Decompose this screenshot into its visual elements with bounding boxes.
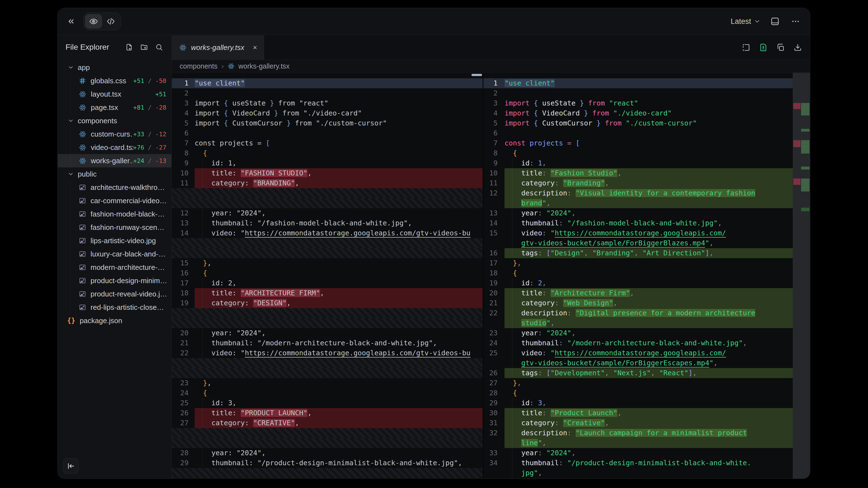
sidebar-file-car-commercial-video-[interactable]: car-commercial-video…: [58, 194, 171, 207]
file-label: custom-curs…: [91, 130, 133, 138]
code-row: gtv-videos-bucket/sample/ForBiggerBlazes…: [484, 238, 810, 248]
code-row: 4import { VideoCard } from "./video-card…: [484, 108, 810, 118]
line-number: 10: [172, 168, 195, 178]
react-icon: [79, 91, 86, 98]
ruler-deletion-mark: [793, 178, 801, 185]
line-number: 30: [484, 408, 504, 418]
sidebar-folder-app[interactable]: app: [58, 61, 171, 74]
sidebar-file-lips-artistic-video.jpg[interactable]: lips-artistic-video.jpg: [58, 234, 171, 247]
diff-overview-ruler[interactable]: [793, 73, 810, 479]
line-number: 15: [172, 258, 195, 268]
diff-filler-row: [172, 318, 483, 328]
breadcrumb-parent[interactable]: components: [180, 62, 217, 70]
sidebar-file-red-lips-artistic-close-[interactable]: red-lips-artistic-close…: [58, 301, 171, 314]
code-row: 26 tags: ["Development", "Next.js", "Rea…: [484, 368, 810, 378]
new-folder-button[interactable]: [140, 43, 148, 51]
line-number: [484, 238, 504, 248]
download-button[interactable]: [793, 43, 802, 52]
version-dropdown[interactable]: Latest: [731, 17, 761, 26]
file-tree: appglobals.css+51 / -50layout.tsx+51page…: [58, 61, 171, 327]
chevron-down-icon: [68, 118, 74, 124]
file-diff-icon[interactable]: [759, 43, 768, 52]
line-number: 20: [484, 288, 504, 298]
search-files-button[interactable]: [155, 43, 163, 51]
code-row: 14 video: "https://commondatastorage.goo…: [172, 228, 483, 238]
code-icon: [106, 17, 115, 26]
copy-code-button[interactable]: [776, 43, 785, 52]
top-bar: Latest: [58, 8, 810, 35]
sidebar-folder-public[interactable]: public: [58, 167, 171, 181]
line-number: 6: [484, 128, 504, 138]
split-diff-view-button[interactable]: [742, 43, 750, 52]
tab-close-icon[interactable]: ×: [253, 43, 257, 52]
sidebar-file-layout.tsx[interactable]: layout.tsx+51: [58, 88, 171, 101]
scrollbar-thumb[interactable]: [471, 74, 482, 76]
ruler-addition-mark: [801, 178, 809, 192]
code-row: 20 title: "Architecture Firm",: [484, 288, 810, 298]
ruler-addition-mark: [801, 103, 809, 116]
diff-pane-original[interactable]: 1"use client"23import { useState } from …: [172, 73, 483, 479]
line-number: 28: [484, 388, 504, 398]
sidebar-file-page.tsx[interactable]: page.tsx+81 / -28: [58, 101, 171, 114]
ellipsis-icon: [791, 17, 800, 26]
more-options-button[interactable]: [789, 15, 802, 28]
breadcrumb: components › works-gallery.tsx: [172, 60, 810, 72]
sidebar-file-custom-curs-[interactable]: custom-curs…+33 / -12: [58, 127, 171, 141]
collapse-sidebar-button[interactable]: [63, 458, 79, 474]
code-row: 5import { CustomCursor } from "./custom-…: [484, 118, 810, 128]
folder-plus-icon: [140, 43, 148, 51]
image-icon: [79, 237, 86, 244]
react-file-icon: [228, 63, 235, 70]
line-number: 20: [172, 328, 195, 338]
diff-stats-badge: +81 / -28: [133, 104, 171, 111]
sidebar-file-video-card.tsx[interactable]: video-card.tsx+76 / -27: [58, 141, 171, 154]
collapse-panel-button[interactable]: [65, 15, 77, 28]
line-number: 18: [172, 288, 195, 298]
diff-stats-badge: +76 / -27: [133, 144, 171, 151]
line-number: 7: [172, 138, 195, 148]
code-row: 14 thumbnail: "/fashion-model-black-and-…: [484, 218, 810, 228]
line-number: 24: [484, 338, 504, 348]
code-row: 2: [484, 88, 810, 98]
sidebar-file-works-galler-[interactable]: works-galler…+24 / -13: [58, 154, 171, 167]
line-number: 16: [172, 268, 195, 278]
code-row: 25 video: "https://commondatastorage.goo…: [484, 348, 810, 358]
code-row: 4import { VideoCard } from "./video-card…: [172, 108, 483, 118]
line-number: [484, 468, 504, 478]
line-number: 7: [484, 138, 504, 148]
ruler-addition-mark: [801, 167, 809, 170]
code-row: 1"use client": [484, 78, 810, 88]
preview-toggle-button[interactable]: [85, 14, 102, 29]
line-number: 25: [172, 398, 195, 408]
sidebar-file-product-reveal-video.j-[interactable]: product-reveal-video.j…: [58, 287, 171, 301]
sidebar-file-fashion-model-black-[interactable]: fashion-model-black-…: [58, 207, 171, 221]
breadcrumb-separator: ›: [221, 62, 223, 70]
sidebar-file-modern-architecture-[interactable]: modern-architecture-…: [58, 261, 171, 274]
sidebar-file-architecture-walkthro-[interactable]: architecture-walkthro…: [58, 181, 171, 194]
sidebar-file-fashion-runway-scen-[interactable]: fashion-runway-scen…: [58, 221, 171, 234]
sidebar-file-luxury-car-black-and-[interactable]: luxury-car-black-and-…: [58, 247, 171, 261]
line-number: 21: [484, 298, 504, 308]
image-icon: [79, 277, 86, 284]
tab-strip: works-gallery.tsx ×: [172, 35, 810, 60]
code-row: 28 year: "2024",: [172, 448, 483, 458]
diff-pane-modified[interactable]: 1"use client"23import { useState } from …: [484, 73, 810, 479]
sidebar-file-package.json[interactable]: {}package.json: [58, 314, 171, 327]
sidebar-file-globals.css[interactable]: globals.css+51 / -50: [58, 74, 171, 88]
image-icon: [79, 264, 86, 271]
line-number: 23: [172, 378, 195, 388]
sidebar-folder-components[interactable]: components: [58, 114, 171, 127]
tab-works-gallery[interactable]: works-gallery.tsx ×: [172, 35, 264, 60]
code-row: 24 {: [172, 388, 483, 398]
new-file-button[interactable]: [125, 43, 133, 51]
line-number: 10: [484, 168, 504, 178]
line-number: 27: [484, 378, 504, 388]
line-number: 16: [484, 248, 504, 258]
hash-icon: [79, 77, 86, 85]
sidebar-file-product-design-minim-[interactable]: product-design-minim…: [58, 274, 171, 287]
code-toggle-button[interactable]: [102, 14, 119, 29]
line-number: 5: [484, 118, 504, 128]
version-label: Latest: [731, 17, 751, 26]
toggle-console-button[interactable]: [769, 15, 781, 28]
code-row: 8 {: [484, 148, 810, 158]
